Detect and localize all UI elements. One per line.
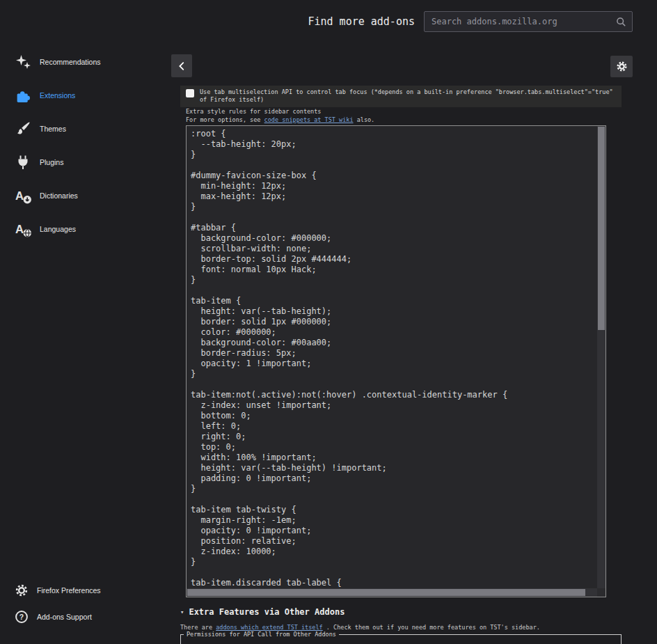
back-button[interactable] xyxy=(171,54,192,77)
svg-text:A: A xyxy=(15,189,24,202)
svg-text:A: A xyxy=(15,222,24,235)
sidebar-footer: Firefox Preferences ? Add-ons Support xyxy=(0,577,171,630)
sidebar-item-label: Add-ons Support xyxy=(37,613,92,621)
sidebar-item-recommendations[interactable]: Recommendations xyxy=(0,45,171,79)
paintbrush-icon xyxy=(14,120,32,138)
sidebar-item-languages[interactable]: A Languages xyxy=(0,212,171,246)
help-icon: ? xyxy=(14,609,29,625)
search-icon xyxy=(616,17,626,27)
addons-search-box xyxy=(424,11,633,32)
multiselect-checkbox-label: Use tab multiselection API to control ta… xyxy=(200,88,616,104)
sidebar-item-label: Recommendations xyxy=(40,58,101,66)
sidebar-item-addons-support[interactable]: ? Add-ons Support xyxy=(0,604,171,630)
horizontal-scrollbar-thumb[interactable] xyxy=(187,589,585,596)
css-code-textarea[interactable]: :root { --tab-height: 20px; } #dummy-fav… xyxy=(187,126,605,597)
sidebar-item-label: Firefox Preferences xyxy=(37,586,101,595)
horizontal-scrollbar[interactable] xyxy=(187,588,597,597)
sidebar-item-label: Plugins xyxy=(40,158,63,166)
extra-features-suffix: . Check them out if you need more featur… xyxy=(323,624,540,631)
more-options-suffix: also. xyxy=(354,116,375,123)
vertical-scrollbar[interactable] xyxy=(597,126,605,588)
multiselect-option-row: Use tab multiselection API to control ta… xyxy=(180,86,622,107)
sidebar-item-extensions[interactable]: Extensions xyxy=(0,79,171,112)
plug-icon xyxy=(14,153,32,171)
extra-features-description: There are addons which extend TST itself… xyxy=(180,624,540,631)
extension-options-gear-button[interactable] xyxy=(610,56,633,77)
extra-features-prefix: There are xyxy=(180,624,216,631)
permissions-legend: Permissions for API Call from Other Addo… xyxy=(184,631,339,638)
sparkle-icon xyxy=(14,53,32,71)
search-input[interactable] xyxy=(425,12,632,31)
svg-text:?: ? xyxy=(19,613,24,621)
sidebar-item-themes[interactable]: Themes xyxy=(0,112,171,146)
more-options-prefix: For more options, see xyxy=(186,116,264,123)
style-rules-label: Extra style rules for sidebar contents xyxy=(186,108,321,115)
sidebar-item-dictionaries[interactable]: A Dictionaries xyxy=(0,179,171,212)
dictionary-icon: A xyxy=(14,187,32,205)
language-icon: A xyxy=(14,220,32,238)
sidebar-item-label: Themes xyxy=(40,125,66,133)
gear-icon xyxy=(14,583,29,598)
gear-icon xyxy=(616,61,628,72)
sidebar-item-label: Extensions xyxy=(40,91,75,100)
category-sidebar: Recommendations Extensions xyxy=(0,45,171,246)
sidebar-item-label: Languages xyxy=(40,225,76,233)
find-more-addons-label: Find more add-ons xyxy=(308,15,415,28)
extend-tst-link[interactable]: addons which extend TST itself xyxy=(216,624,323,631)
more-options-line: For more options, see code snippets at T… xyxy=(186,116,374,123)
multiselect-checkbox[interactable] xyxy=(186,89,194,97)
sidebar-item-firefox-preferences[interactable]: Firefox Preferences xyxy=(0,577,171,604)
puzzle-icon xyxy=(14,86,32,104)
sidebar-item-label: Dictionaries xyxy=(40,191,78,200)
tst-wiki-link[interactable]: code snippets at TST wiki xyxy=(264,116,354,123)
vertical-scrollbar-thumb[interactable] xyxy=(598,127,605,330)
extra-features-heading: Extra Features via Other Addons xyxy=(189,607,345,617)
style-rules-editor: :root { --tab-height: 20px; } #dummy-fav… xyxy=(186,125,606,597)
chevron-left-icon xyxy=(175,60,188,72)
extra-features-section-header[interactable]: ▾ Extra Features via Other Addons xyxy=(180,607,345,617)
disclosure-triangle-icon: ▾ xyxy=(180,608,184,615)
scrollbar-corner xyxy=(597,588,605,597)
sidebar-item-plugins[interactable]: Plugins xyxy=(0,146,171,179)
permissions-fieldset: Permissions for API Call from Other Addo… xyxy=(180,631,622,644)
addons-manager-window: Find more add-ons Recommendations xyxy=(0,0,657,644)
